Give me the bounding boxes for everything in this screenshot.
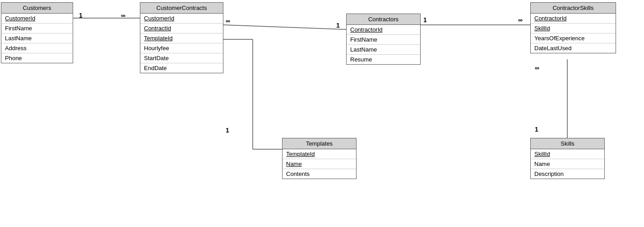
- entity-cc-header: CustomerContracts: [140, 3, 223, 14]
- rel-contractors-cs-1: 1: [423, 16, 427, 24]
- rel-cs-skills-inf: ∞: [535, 64, 539, 71]
- entity-cs-row-0: ContractorId: [531, 14, 616, 24]
- entity-contractors-row-0: ContractorId: [347, 25, 420, 35]
- diagram-container: 1 ∞ ∞ 1 1 1 ∞ ∞ 1 Customers CustomerId F…: [0, 0, 644, 227]
- svg-line-1: [223, 25, 346, 29]
- entity-customers-row-1: FirstName: [1, 24, 73, 33]
- entity-cc-row-2: TemplateId: [140, 33, 223, 43]
- entity-customers-row-3: Address: [1, 43, 73, 53]
- entity-templates-row-2: Contents: [283, 169, 356, 179]
- entity-customers: Customers CustomerId FirstName LastName …: [1, 2, 73, 63]
- entity-cs-row-1: SkillId: [531, 24, 616, 33]
- entity-contractors-row-3: Resume: [347, 55, 420, 64]
- rel-customers-cc-1: 1: [79, 12, 83, 19]
- entity-customers-row-0: CustomerId: [1, 14, 73, 24]
- entity-templates-header: Templates: [283, 138, 356, 149]
- entity-cs-row-2: YearsOfExperience: [531, 33, 616, 43]
- entity-cc-row-4: StartDate: [140, 53, 223, 63]
- entity-cc-row-3: Hourlyfee: [140, 43, 223, 53]
- entity-templates-row-1: Name: [283, 159, 356, 169]
- entity-skills-row-0: SkillId: [531, 149, 604, 159]
- entity-templates: Templates TemplateId Name Contents: [282, 138, 357, 179]
- entity-templates-row-0: TemplateId: [283, 149, 356, 159]
- entity-contractors-row-2: LastName: [347, 45, 420, 55]
- entity-skills-row-1: Name: [531, 159, 604, 169]
- rel-cc-contractors-inf: ∞: [226, 17, 230, 24]
- entity-contractors: Contractors ContractorId FirstName LastN…: [346, 14, 421, 65]
- entity-customer-contracts: CustomerContracts CustomerId ContractId …: [140, 2, 223, 73]
- entity-customers-row-4: Phone: [1, 53, 73, 63]
- rel-cc-templates-1: 1: [226, 127, 229, 134]
- rel-contractors-cs-inf: ∞: [518, 16, 523, 24]
- entity-cs-row-3: DateLastUsed: [531, 43, 616, 53]
- entity-cc-row-0: CustomerId: [140, 14, 223, 24]
- entity-skills-row-2: Description: [531, 169, 604, 179]
- entity-cc-row-5: EndDate: [140, 63, 223, 73]
- entity-contractors-header: Contractors: [347, 14, 420, 25]
- entity-skills-header: Skills: [531, 138, 604, 149]
- entity-cs-header: ContractorSkills: [531, 3, 616, 14]
- entity-contractor-skills: ContractorSkills ContractorId SkillId Ye…: [530, 2, 616, 53]
- rel-customers-cc-inf: ∞: [121, 12, 125, 19]
- entity-contractors-row-1: FirstName: [347, 35, 420, 45]
- rel-cs-skills-1: 1: [535, 126, 538, 133]
- entity-customers-row-2: LastName: [1, 33, 73, 43]
- entity-skills: Skills SkillId Name Description: [530, 138, 605, 179]
- rel-cc-contractors-1: 1: [336, 22, 340, 29]
- entity-customers-header: Customers: [1, 3, 73, 14]
- entity-cc-row-1: ContractId: [140, 24, 223, 33]
